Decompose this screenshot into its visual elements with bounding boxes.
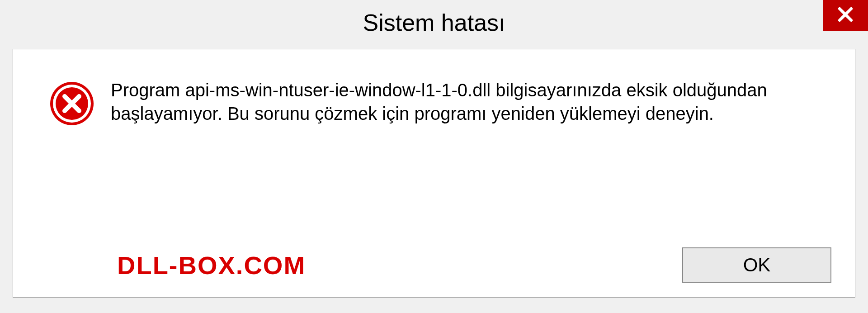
close-button[interactable]: [823, 0, 868, 31]
dialog-footer: DLL-BOX.COM OK: [13, 247, 855, 283]
message-row: Program api-ms-win-ntuser-ie-window-l1-1…: [49, 76, 819, 126]
close-icon: [835, 5, 855, 26]
titlebar: Sistem hatası: [0, 0, 868, 45]
error-message: Program api-ms-win-ntuser-ie-window-l1-1…: [111, 76, 789, 125]
dialog-content-panel: Program api-ms-win-ntuser-ie-window-l1-1…: [13, 49, 855, 298]
ok-button[interactable]: OK: [682, 247, 831, 283]
error-icon: [49, 81, 94, 126]
dialog-title: Sistem hatası: [363, 9, 505, 36]
watermark-text: DLL-BOX.COM: [117, 251, 306, 280]
